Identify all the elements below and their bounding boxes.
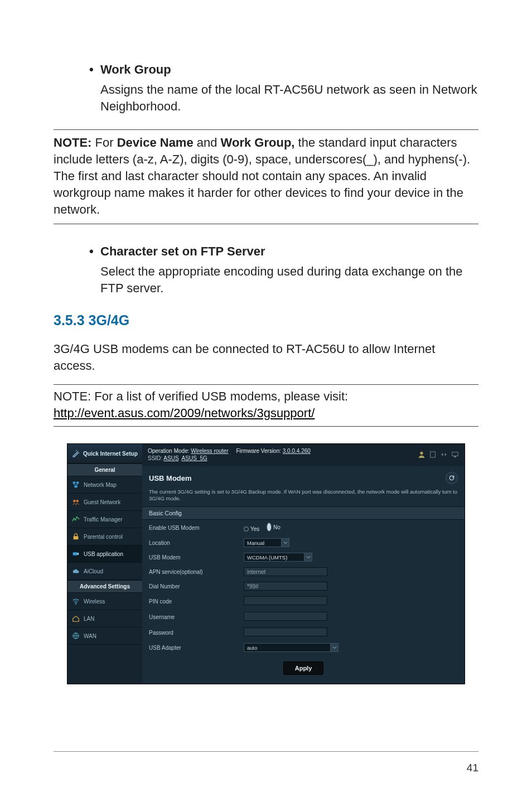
home-icon	[72, 615, 80, 622]
select-location[interactable]: Manual	[244, 538, 289, 547]
label-usb-adapter: USB Adapter	[149, 645, 244, 651]
radio-yes[interactable]: Yes	[244, 526, 259, 532]
input-pin-code[interactable]	[244, 596, 327, 605]
input-password[interactable]	[244, 627, 327, 636]
input-username[interactable]	[244, 612, 327, 621]
bullet-marker: •	[89, 243, 100, 260]
select-usb-adapter[interactable]: auto	[244, 643, 338, 652]
guest-network-icon	[72, 498, 80, 506]
bullet-title: Work Group	[100, 61, 171, 78]
operation-mode: Operation Mode: Wireless router Firmware…	[148, 447, 311, 455]
svg-rect-11	[431, 452, 436, 457]
label-password: Password	[149, 630, 244, 636]
router-topbar: Operation Mode: Wireless router Firmware…	[142, 444, 465, 466]
panel-subheader: Basic Config	[142, 506, 465, 520]
wifi-icon	[72, 597, 80, 605]
bullet-charset: • Character set on FTP Server Select the…	[89, 243, 478, 297]
globe-icon	[72, 632, 80, 640]
firmware-version-link[interactable]: 3.0.0.4.260	[283, 448, 311, 454]
svg-point-8	[75, 603, 76, 605]
bullet-body: Select the appropriate encoding used dur…	[100, 263, 478, 297]
sidebar-category-general: General	[67, 463, 142, 476]
sidebar-item-usb-application[interactable]: USB application	[67, 545, 142, 563]
radio-no[interactable]: No	[267, 523, 280, 532]
label-dial-number: Dial Number	[149, 583, 244, 590]
panel-title: USB Modem	[149, 474, 192, 482]
sidebar-item-wan[interactable]: WAN	[67, 627, 142, 645]
ssid-line: SSID: ASUS ASUS_5G	[148, 455, 311, 462]
page-number: 41	[467, 762, 478, 774]
bullet-title: Character set on FTP Server	[100, 243, 265, 260]
svg-point-10	[420, 452, 423, 455]
input-dial-number[interactable]: *99#	[244, 582, 327, 591]
lock-icon	[72, 533, 80, 540]
svg-point-4	[76, 500, 78, 502]
svg-rect-5	[74, 536, 79, 539]
sidebar-item-aicloud[interactable]: AiCloud	[67, 563, 142, 580]
router-admin-screenshot: Quick Internet Setup General Network Map…	[67, 443, 465, 684]
link-icon[interactable]	[440, 451, 448, 458]
svg-rect-13	[454, 456, 456, 457]
refresh-icon	[448, 475, 455, 481]
topbar-icons	[418, 451, 459, 458]
quick-internet-setup[interactable]: Quick Internet Setup	[67, 444, 142, 463]
label-pin-code: PIN code	[149, 598, 244, 605]
wand-icon	[72, 450, 80, 457]
bullet-work-group: • Work Group Assigns the name of the loc…	[89, 61, 478, 115]
chevron-down-icon	[332, 645, 337, 650]
svg-rect-7	[78, 553, 79, 555]
svg-rect-1	[76, 482, 79, 484]
doc-icon[interactable]	[429, 451, 437, 458]
svg-rect-12	[452, 452, 458, 456]
svg-point-3	[73, 500, 75, 502]
label-username: Username	[149, 614, 244, 620]
network-map-icon	[72, 481, 80, 489]
svg-rect-6	[73, 552, 78, 555]
input-apn[interactable]: internet	[244, 567, 327, 576]
usb-icon	[72, 550, 80, 558]
sidebar-item-traffic-manager[interactable]: Traffic Manager	[67, 511, 142, 528]
sidebar-item-guest-network[interactable]: Guest Network	[67, 494, 142, 511]
section-heading-3g4g: 3.5.3 3G/4G	[54, 312, 478, 328]
router-sidebar: Quick Internet Setup General Network Map…	[67, 444, 142, 684]
sub-note: NOTE: For a list of verified USB modems,…	[54, 384, 478, 427]
bullet-body: Assigns the name of the local RT-AC56U n…	[100, 81, 478, 115]
svg-rect-2	[74, 486, 77, 488]
label-enable-usb-modem: Enable USB Modem	[149, 525, 244, 531]
chevron-down-icon	[283, 540, 288, 545]
apply-button[interactable]: Apply	[283, 661, 324, 675]
subnote-lead: NOTE: For a list of verified USB modems,…	[54, 389, 348, 403]
panel-description: The current 3G/4G setting is set to 3G/4…	[142, 489, 465, 506]
traffic-manager-icon	[72, 515, 80, 523]
sidebar-item-lan[interactable]: LAN	[67, 610, 142, 627]
select-usb-modem[interactable]: WCDMA (UMTS)	[244, 553, 312, 562]
sidebar-item-network-map[interactable]: Network Map	[67, 476, 142, 494]
sidebar-item-parental-control[interactable]: Parental control	[67, 528, 142, 545]
label-usb-modem: USB Modem	[149, 554, 244, 561]
subnote-link[interactable]: http://event.asus.com/2009/networks/3gsu…	[54, 406, 315, 420]
device-icon[interactable]	[451, 451, 459, 458]
sidebar-category-advanced: Advanced Settings	[67, 580, 142, 593]
operation-mode-link[interactable]: Wireless router	[191, 448, 228, 454]
chevron-down-icon	[306, 555, 311, 559]
sidebar-item-wireless[interactable]: Wireless	[67, 593, 142, 610]
footer-rule	[54, 751, 478, 752]
body-text-3g4g: 3G/4G USB modems can be connected to RT-…	[54, 341, 478, 374]
cloud-icon	[72, 567, 80, 575]
svg-rect-0	[73, 482, 75, 484]
refresh-button[interactable]	[446, 472, 458, 484]
note-prefix: NOTE:	[54, 136, 91, 149]
user-icon[interactable]	[418, 451, 425, 458]
bullet-marker: •	[89, 61, 100, 78]
label-apn: APN service(optional)	[149, 569, 244, 575]
label-location: Location	[149, 540, 244, 546]
router-main: Operation Mode: Wireless router Firmware…	[142, 444, 465, 684]
note-box: NOTE: For Device Name and Work Group, th…	[54, 129, 478, 224]
